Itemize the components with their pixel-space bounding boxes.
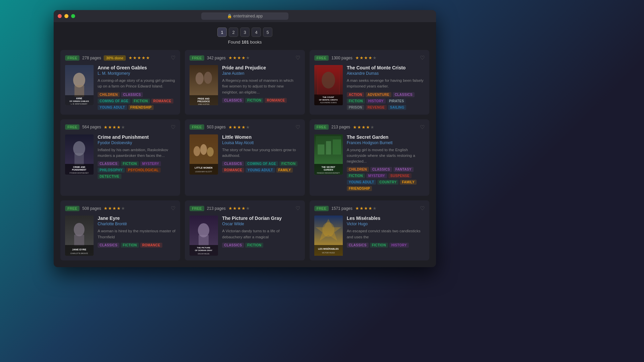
- tag[interactable]: CHILDREN: [347, 167, 369, 172]
- card-body: CRIME AND PUNISHMENT FYODOR DOSTOEVSKY C…: [65, 134, 175, 179]
- tag[interactable]: YOUNG ADULT: [246, 168, 275, 173]
- tag[interactable]: CLASSICS: [222, 98, 244, 103]
- minimize-dot[interactable]: [64, 14, 68, 18]
- tag[interactable]: FRIENDSHIP: [347, 186, 372, 191]
- tag[interactable]: COUNTRY: [377, 180, 398, 185]
- tag[interactable]: FICTION: [347, 99, 365, 104]
- tag[interactable]: FICTION: [121, 161, 139, 166]
- book-author[interactable]: Victor Hugo: [347, 222, 425, 226]
- page-btn-4[interactable]: 4: [252, 27, 261, 37]
- favorite-button[interactable]: ♡: [296, 124, 300, 130]
- tag[interactable]: CHILDREN: [98, 92, 120, 97]
- tag[interactable]: CLASSICS: [222, 161, 244, 166]
- tag[interactable]: YOUNG ADULT: [347, 180, 376, 185]
- book-author[interactable]: L. M. Montgomery: [98, 71, 175, 76]
- favorite-button[interactable]: ♡: [171, 205, 175, 212]
- tag[interactable]: PRISON: [347, 105, 364, 110]
- tag[interactable]: ROMANCE: [151, 99, 173, 104]
- favorite-button[interactable]: ♡: [171, 124, 175, 130]
- book-author[interactable]: Fyodor Dostoevsky: [98, 140, 175, 145]
- tag[interactable]: FICTION: [370, 243, 388, 248]
- tag[interactable]: MYSTERY: [140, 161, 161, 166]
- tag[interactable]: FICTION: [121, 243, 139, 248]
- book-author[interactable]: Frances Hodgson Burnett: [347, 140, 425, 145]
- tag[interactable]: CLASSICS: [98, 161, 119, 166]
- tag[interactable]: FICTION: [279, 161, 298, 166]
- page-btn-5[interactable]: 5: [263, 27, 272, 37]
- tag[interactable]: FICTION: [132, 99, 150, 104]
- tag[interactable]: PIRATES: [387, 99, 406, 104]
- tag[interactable]: CLASSICS: [370, 167, 392, 172]
- star-full: ★: [237, 206, 241, 211]
- book-card-monte[interactable]: FREE 1300 pages ★★★★★ ♡ THE COUNT OF MON…: [310, 50, 429, 115]
- page-btn-1[interactable]: 1: [217, 27, 227, 37]
- tag[interactable]: FRIENDSHIP: [128, 105, 154, 110]
- tag[interactable]: HISTORY: [389, 243, 409, 248]
- tag[interactable]: CLASSICS: [121, 92, 143, 97]
- favorite-button[interactable]: ♡: [420, 124, 425, 130]
- tag[interactable]: CLASSICS: [393, 92, 415, 97]
- book-card-pride[interactable]: FREE 342 pages ★★★★★ ♡ PRIDE AND PREJUDI…: [185, 50, 305, 115]
- book-author[interactable]: Oscar Wilde: [222, 222, 300, 226]
- close-dot[interactable]: [58, 14, 62, 18]
- page-btn-3[interactable]: 3: [240, 27, 250, 37]
- tag[interactable]: FICTION: [245, 243, 263, 248]
- star-rating: ★★★★★: [104, 125, 125, 130]
- favorite-button[interactable]: ♡: [296, 55, 300, 61]
- tag[interactable]: SUSPENSE: [388, 173, 412, 178]
- tag[interactable]: ROMANCE: [265, 98, 287, 103]
- tag[interactable]: FICTION: [347, 173, 365, 178]
- tag[interactable]: CLASSICS: [98, 243, 119, 248]
- book-title: Crime and Punishment: [98, 134, 175, 140]
- tag[interactable]: DETECTIVE: [98, 174, 121, 179]
- svg-rect-62: [314, 245, 343, 256]
- free-badge: FREE: [65, 55, 79, 61]
- book-card-jane[interactable]: FREE 508 pages ★★★★★ ♡ JANE EYRE CHARLOT…: [60, 200, 180, 260]
- tag[interactable]: FAMILY: [400, 180, 417, 185]
- tag[interactable]: MYSTERY: [366, 173, 387, 178]
- tag[interactable]: COMING OF AGE: [98, 99, 130, 104]
- tag[interactable]: HISTORY: [366, 99, 386, 104]
- svg-point-31: [194, 146, 200, 156]
- tag[interactable]: CLASSICS: [347, 243, 369, 248]
- book-card-dorian[interactable]: FREE 213 pages ★★★★★ ♡ THE PICTURE OF DO…: [185, 200, 305, 260]
- tag[interactable]: REVENGE: [366, 105, 387, 110]
- maximize-dot[interactable]: [71, 14, 75, 18]
- book-cover: THE SECRET GARDEN FRANCES HODGSON BURNET…: [314, 134, 343, 175]
- tag[interactable]: YOUNG ADULT: [98, 105, 127, 110]
- url-bar[interactable]: 🔒 entertrained.app: [201, 12, 288, 20]
- tag[interactable]: PHILOSOPHY: [98, 168, 125, 173]
- page-btn-2[interactable]: 2: [229, 27, 238, 37]
- book-card-les[interactable]: FREE 1571 pages ★★★★★ ♡ LES MISÉRABLES V…: [310, 200, 429, 260]
- tag[interactable]: FANTASY: [393, 167, 414, 172]
- tag[interactable]: FAMILY: [276, 168, 293, 173]
- book-author[interactable]: Charlotte Brontë: [98, 222, 175, 226]
- book-card-crime[interactable]: FREE 564 pages ★★★★★ ♡ CRIME AND PUNISHM…: [60, 119, 180, 196]
- favorite-button[interactable]: ♡: [296, 205, 300, 212]
- tag[interactable]: CLASSICS: [222, 243, 244, 248]
- favorite-button[interactable]: ♡: [420, 55, 425, 61]
- svg-rect-40: [326, 141, 331, 155]
- book-title: The Count of Monte Cristo: [347, 65, 425, 70]
- card-meta: FREE 213 pages ★★★★★ ♡: [314, 124, 425, 130]
- favorite-button[interactable]: ♡: [420, 205, 425, 212]
- book-author[interactable]: Jane Austen: [222, 71, 300, 76]
- svg-text:OF GREEN GABLES: OF GREEN GABLES: [69, 100, 89, 102]
- book-author[interactable]: Louisa May Alcott: [222, 140, 300, 145]
- tag[interactable]: COMING OF AGE: [245, 161, 278, 166]
- book-card-secret[interactable]: FREE 213 pages ★★★★★ ♡ THE SECRET GARDEN…: [310, 119, 429, 196]
- tag[interactable]: FICTION: [245, 98, 263, 103]
- book-info: The Secret Garden Frances Hodgson Burnet…: [347, 134, 425, 191]
- tag[interactable]: SAILING: [388, 105, 407, 110]
- tag[interactable]: ACTION: [347, 92, 364, 97]
- star-full: ★: [128, 55, 132, 60]
- book-card-anne[interactable]: FREE 278 pages 30% done ★★★★★ ♡ ANNE OF …: [60, 50, 180, 115]
- tag[interactable]: ROMANCE: [222, 168, 244, 173]
- tag[interactable]: ROMANCE: [140, 243, 162, 248]
- tag[interactable]: ADVENTURE: [366, 92, 391, 97]
- free-badge: FREE: [190, 55, 204, 61]
- favorite-button[interactable]: ♡: [171, 55, 175, 61]
- book-author[interactable]: Alexandre Dumas: [347, 71, 425, 76]
- book-card-little[interactable]: FREE 503 pages ★★★★★ ♡ LITTLE WOMEN LOUI…: [185, 119, 305, 196]
- tag[interactable]: PSYCHOLOGICAL: [126, 168, 161, 173]
